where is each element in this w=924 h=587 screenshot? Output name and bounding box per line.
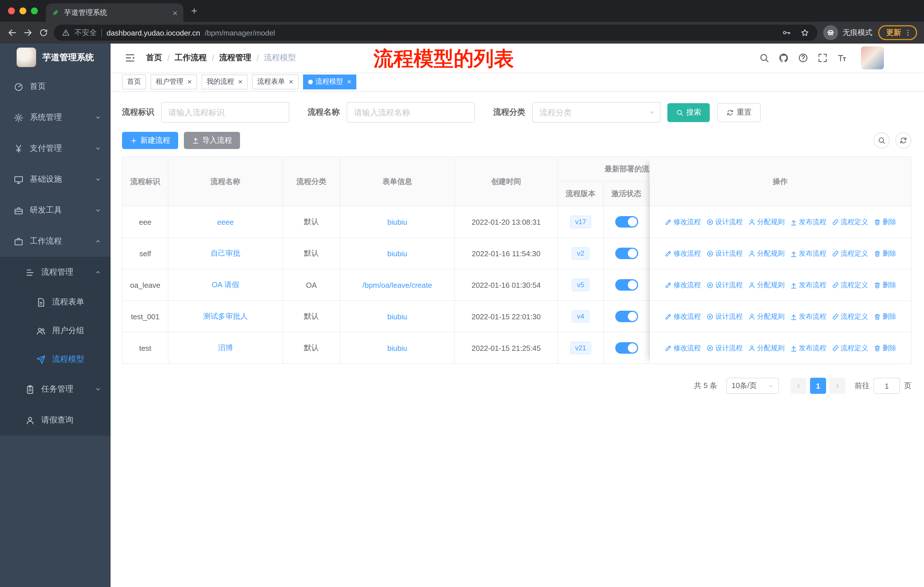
publish-action-link[interactable]: 发布流程: [790, 248, 826, 258]
process-name-link[interactable]: OA 请假: [212, 280, 239, 290]
view-tag-3[interactable]: 流程表单×: [252, 74, 298, 89]
form-info-link[interactable]: /bpm/oa/leave/create: [363, 281, 432, 289]
active-toggle[interactable]: [615, 342, 638, 354]
design-action-link[interactable]: 设计流程: [706, 217, 743, 227]
reset-button[interactable]: 重置: [717, 103, 761, 122]
edit-action-link[interactable]: 修改流程: [664, 343, 701, 353]
form-info-link[interactable]: biubiu: [387, 312, 407, 321]
publish-action-link[interactable]: 发布流程: [790, 312, 826, 321]
sidebar-item-process-management[interactable]: 流程管理: [0, 257, 111, 288]
design-action-link[interactable]: 设计流程: [706, 343, 743, 353]
tab-close-icon[interactable]: ×: [172, 8, 178, 17]
view-tag-1[interactable]: 租户管理×: [151, 74, 197, 89]
tag-close-icon[interactable]: ×: [289, 78, 293, 85]
assign-action-link[interactable]: 分配规则: [748, 312, 784, 321]
new-tab-button[interactable]: [190, 7, 198, 15]
active-toggle[interactable]: [615, 311, 638, 322]
browser-update-button[interactable]: 更新: [878, 25, 917, 40]
goto-page-input[interactable]: [874, 378, 900, 394]
process-name-link[interactable]: 测试多审批人: [203, 311, 248, 322]
font-size-button[interactable]: [837, 53, 847, 63]
link-action-link[interactable]: 流程定义: [832, 280, 868, 290]
bookmark-star-icon[interactable]: [800, 28, 809, 37]
process-name-input[interactable]: [346, 102, 475, 123]
address-bar[interactable]: 不安全 dashboard.yudao.iocoder.cn /bpm/mana…: [54, 25, 817, 41]
key-icon[interactable]: [782, 28, 791, 37]
toggle-search-button[interactable]: [874, 132, 889, 149]
tag-close-icon[interactable]: ×: [238, 78, 242, 85]
breadcrumb-item-home[interactable]: 首页: [146, 53, 162, 63]
edit-action-link[interactable]: 修改流程: [664, 248, 701, 258]
link-action-link[interactable]: 流程定义: [832, 217, 868, 227]
sidebar-item-home[interactable]: 首页: [0, 71, 111, 102]
tag-close-icon[interactable]: ×: [347, 78, 351, 85]
active-toggle[interactable]: [615, 279, 638, 291]
active-toggle[interactable]: [615, 248, 638, 259]
active-toggle[interactable]: [615, 216, 638, 228]
form-info-link[interactable]: biubiu: [387, 344, 407, 352]
assign-action-link[interactable]: 分配规则: [748, 217, 784, 227]
back-icon[interactable]: [7, 28, 17, 38]
process-name-link[interactable]: eeee: [217, 218, 234, 226]
edit-action-link[interactable]: 修改流程: [664, 217, 701, 227]
sidebar-item-devtools[interactable]: 研发工具: [0, 195, 111, 226]
sidebar-item-workflow[interactable]: 工作流程: [0, 226, 111, 257]
sidebar-item-process-model[interactable]: 流程模型: [0, 345, 111, 374]
link-action-link[interactable]: 流程定义: [832, 312, 868, 321]
sidebar-item-infrastructure[interactable]: 基础设施: [0, 164, 111, 195]
page-number-button[interactable]: 1: [810, 378, 826, 394]
delete-action-link[interactable]: 删除: [873, 248, 896, 258]
next-page-button[interactable]: [830, 378, 845, 394]
process-name-link[interactable]: 自己审批: [211, 248, 240, 258]
window-zoom-button[interactable]: [31, 7, 38, 14]
view-tag-4[interactable]: 流程模型×: [303, 74, 356, 89]
window-close-button[interactable]: [8, 7, 15, 14]
publish-action-link[interactable]: 发布流程: [790, 217, 826, 227]
refresh-table-button[interactable]: [895, 132, 911, 149]
user-avatar[interactable]: [861, 46, 884, 69]
kebab-menu-icon[interactable]: [904, 29, 912, 37]
view-tag-0[interactable]: 首页: [122, 74, 146, 89]
assign-action-link[interactable]: 分配规则: [748, 280, 784, 290]
breadcrumb-item-process-management[interactable]: 流程管理: [219, 53, 251, 63]
publish-action-link[interactable]: 发布流程: [790, 343, 826, 353]
process-key-input[interactable]: [161, 102, 289, 123]
reload-icon[interactable]: [39, 28, 48, 37]
link-action-link[interactable]: 流程定义: [832, 248, 868, 258]
edit-action-link[interactable]: 修改流程: [664, 312, 701, 321]
app-logo-row[interactable]: 芋道管理系统: [0, 43, 111, 71]
delete-action-link[interactable]: 删除: [873, 280, 896, 290]
previous-page-button[interactable]: [790, 378, 807, 394]
design-action-link[interactable]: 设计流程: [706, 248, 743, 258]
github-link[interactable]: [779, 53, 789, 63]
process-name-link[interactable]: 滔博: [218, 343, 233, 353]
edit-action-link[interactable]: 修改流程: [664, 280, 701, 290]
page-size-select[interactable]: 10条/页: [726, 378, 779, 394]
search-button[interactable]: 搜索: [667, 103, 710, 122]
help-button[interactable]: [798, 53, 808, 63]
sidebar-item-task-management[interactable]: 任务管理: [0, 374, 111, 405]
assign-action-link[interactable]: 分配规则: [748, 248, 784, 258]
view-tag-2[interactable]: 我的流程×: [201, 74, 248, 89]
import-process-button[interactable]: 导入流程: [184, 132, 240, 149]
form-info-link[interactable]: biubiu: [387, 218, 407, 226]
category-select[interactable]: [532, 102, 660, 123]
fullscreen-button[interactable]: [817, 53, 828, 63]
create-process-button[interactable]: 新建流程: [122, 132, 178, 149]
tag-close-icon[interactable]: ×: [187, 78, 191, 85]
sidebar-item-process-form[interactable]: 流程表单: [0, 288, 111, 316]
sidebar-item-payment[interactable]: 支付管理: [0, 133, 111, 164]
delete-action-link[interactable]: 删除: [873, 312, 896, 321]
header-search-button[interactable]: [759, 53, 769, 63]
design-action-link[interactable]: 设计流程: [706, 312, 743, 321]
delete-action-link[interactable]: 删除: [873, 343, 896, 353]
forward-icon[interactable]: [23, 28, 33, 38]
link-action-link[interactable]: 流程定义: [832, 343, 868, 353]
form-info-link[interactable]: biubiu: [387, 249, 407, 258]
sidebar-toggle-button[interactable]: [124, 52, 136, 64]
sidebar-item-user-group[interactable]: 用户分组: [0, 316, 111, 345]
browser-tab[interactable]: 芋道管理系统 ×: [46, 3, 183, 22]
design-action-link[interactable]: 设计流程: [706, 280, 743, 290]
delete-action-link[interactable]: 删除: [873, 217, 896, 227]
publish-action-link[interactable]: 发布流程: [790, 280, 826, 290]
